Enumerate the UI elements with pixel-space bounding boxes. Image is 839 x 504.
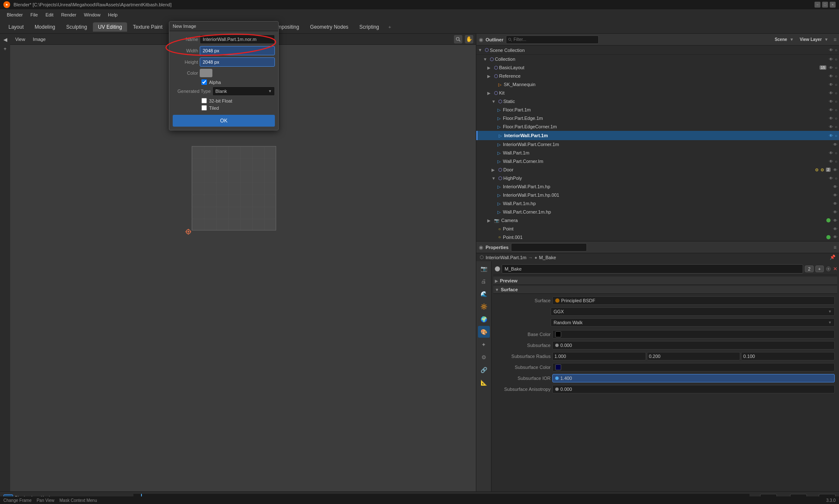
surface-type-dropdown[interactable]: Principled BSDF [552, 296, 835, 305]
props-filter-btn[interactable]: ≡ [834, 244, 836, 250]
subsurface-ior-field[interactable]: 1.400 [552, 374, 835, 382]
static-render[interactable]: ○ [835, 99, 837, 104]
coll-vis-render[interactable]: ○ [835, 57, 837, 62]
static-arrow[interactable]: ▼ [491, 99, 497, 104]
maximize-button[interactable]: □ [822, 2, 828, 8]
dialog-name-input[interactable] [200, 35, 275, 44]
dialog-gentype-dropdown[interactable]: Blank ▼ [212, 87, 275, 96]
tab-uv-editing[interactable]: UV Editing [93, 22, 127, 32]
reference-arrow[interactable]: ▶ [487, 74, 493, 79]
image-menu-btn[interactable]: Image [30, 36, 49, 43]
dialog-ok-button[interactable]: OK [173, 115, 275, 127]
coll-vis-eye[interactable]: 👁 [829, 57, 833, 62]
intwallhp-vis[interactable]: 👁 [833, 184, 837, 189]
highpoly-render[interactable]: ○ [835, 176, 837, 181]
flooredge-render[interactable]: ○ [835, 116, 837, 121]
wallcorner-render[interactable]: ○ [835, 159, 837, 164]
add-workspace-button[interactable]: + [385, 23, 394, 31]
prop-tab-output[interactable]: 🖨 [478, 275, 490, 287]
view-menu-btn[interactable]: View [13, 36, 28, 43]
outliner-filter-btn[interactable]: ≡ [834, 37, 836, 43]
door-arrow[interactable]: ▶ [491, 168, 497, 172]
prop-tab-constraints[interactable]: 🔗 [478, 364, 490, 376]
arrow-tool-btn[interactable]: ◀ [1, 35, 9, 44]
subsurface-value-field[interactable]: 0.000 [552, 341, 835, 350]
menu-blender[interactable]: Blender [3, 11, 26, 18]
radius-b-field[interactable]: 0.100 [741, 352, 835, 360]
intwall-vis[interactable]: 👁 [829, 133, 833, 138]
reference-render[interactable]: ○ [835, 74, 837, 79]
prop-tab-world[interactable]: 🌍 [478, 313, 490, 325]
camera-arrow[interactable]: ▶ [487, 218, 493, 223]
intwall-render[interactable]: ○ [835, 133, 837, 138]
preview-section-header[interactable]: ▶ Preview [493, 277, 837, 285]
prop-tab-scene[interactable]: 🔆 [478, 301, 490, 312]
scene-vis-render[interactable]: ○ [835, 48, 837, 52]
wall1m-render[interactable]: ○ [835, 151, 837, 155]
radius-g-field[interactable]: 0.200 [647, 352, 741, 360]
intwallhp001-vis[interactable]: 👁 [833, 193, 837, 198]
menu-file[interactable]: File [27, 11, 41, 18]
random-walk-dropdown[interactable]: Random Walk ▼ [551, 318, 835, 327]
radius-r-field[interactable]: 1.000 [552, 352, 646, 360]
mannequin-render[interactable]: ○ [835, 82, 837, 87]
scene-vis-eye[interactable]: 👁 [829, 48, 833, 52]
base-color-swatch[interactable] [552, 330, 835, 339]
prop-tab-physics[interactable]: ⚙ [478, 351, 490, 363]
tab-scripting[interactable]: Scripting [354, 22, 384, 32]
dialog-32bit-checkbox[interactable] [201, 98, 207, 103]
mannequin-vis[interactable]: 👁 [829, 82, 833, 87]
outliner-search-input[interactable] [513, 37, 597, 42]
prop-tab-data[interactable]: 📐 [478, 377, 490, 388]
cursor-tool-btn[interactable]: + [1, 45, 9, 53]
camera-vis[interactable]: 👁 [833, 218, 837, 223]
basiclayout-render[interactable]: ○ [835, 65, 837, 70]
menu-render[interactable]: Render [58, 11, 80, 18]
subsurface-aniso-field[interactable]: 0.000 [552, 385, 835, 393]
dialog-height-input[interactable] [200, 57, 275, 67]
prop-tab-particles[interactable]: ✦ [478, 339, 490, 350]
kit-render[interactable]: ○ [835, 91, 837, 95]
grab-tool-btn[interactable]: ✋ [465, 35, 473, 43]
kit-vis[interactable]: 👁 [829, 91, 833, 95]
point001-vis[interactable]: 👁 [833, 235, 837, 239]
flooredgecorner-render[interactable]: ○ [835, 125, 837, 129]
flooredge-vis[interactable]: 👁 [829, 116, 833, 121]
tab-sculpting[interactable]: Sculpting [61, 22, 92, 32]
highpoly-arrow[interactable]: ▼ [491, 176, 497, 181]
search-btn[interactable] [454, 35, 462, 43]
highpoly-vis[interactable]: 👁 [829, 176, 833, 181]
point-vis[interactable]: 👁 [833, 227, 837, 231]
tab-layout[interactable]: Layout [3, 22, 29, 32]
menu-edit[interactable]: Edit [42, 11, 57, 18]
close-button[interactable]: × [830, 2, 836, 8]
surface-section-header[interactable]: ▼ Surface [493, 286, 837, 294]
tab-geometry-nodes[interactable]: Geometry Nodes [305, 22, 353, 32]
material-new-btn[interactable]: + [815, 266, 824, 272]
prop-tab-view-layer[interactable]: 🌊 [478, 288, 490, 300]
scene-coll-arrow[interactable]: ▼ [478, 48, 484, 52]
minimize-button[interactable]: − [815, 2, 820, 8]
dialog-color-swatch[interactable] [200, 69, 212, 77]
scene-dropdown-arrow[interactable]: ▼ [790, 37, 794, 42]
material-browse-icon[interactable] [825, 266, 831, 272]
subsurface-color-swatch[interactable] [552, 363, 835, 371]
props-pin-btn[interactable]: 📌 [830, 255, 836, 260]
wallcornerhp-vis[interactable]: 👁 [833, 210, 837, 214]
wall1mhp-vis[interactable]: 👁 [833, 201, 837, 206]
wall1m-vis[interactable]: 👁 [829, 151, 833, 155]
menu-window[interactable]: Window [81, 11, 104, 18]
dialog-tiled-checkbox[interactable] [201, 105, 207, 111]
menu-help[interactable]: Help [105, 11, 121, 18]
floor1m-vis[interactable]: 👁 [829, 108, 833, 112]
material-count-badge[interactable]: 2 [805, 266, 813, 272]
basiclayout-arrow[interactable]: ▶ [487, 65, 493, 70]
reference-vis[interactable]: 👁 [829, 74, 833, 79]
flooredgecorner-vis[interactable]: 👁 [829, 125, 833, 129]
ggx-dropdown[interactable]: GGX ▼ [551, 307, 835, 316]
tab-modeling[interactable]: Modeling [30, 22, 60, 32]
floor1m-render[interactable]: ○ [835, 108, 837, 112]
wallcorner-vis[interactable]: 👁 [829, 159, 833, 164]
prop-tab-render[interactable]: 📷 [478, 263, 490, 274]
coll-arrow[interactable]: ▼ [483, 57, 489, 62]
